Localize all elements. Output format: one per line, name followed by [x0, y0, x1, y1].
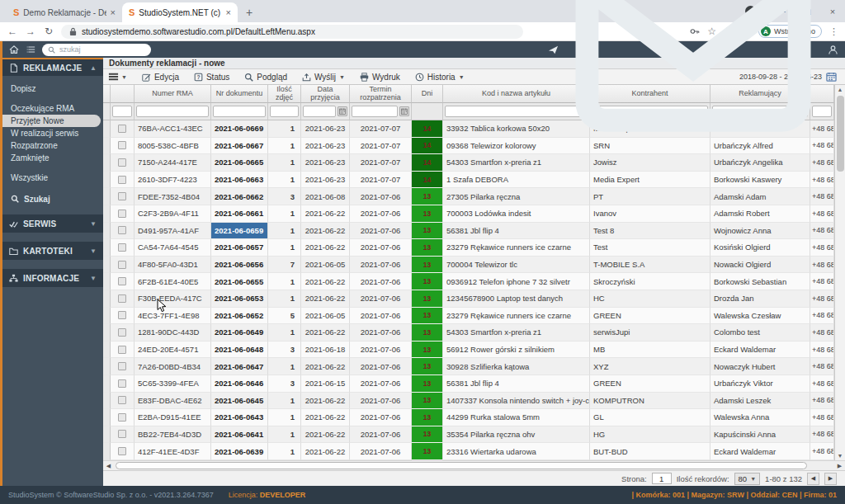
- filter-input-item[interactable]: [445, 106, 588, 117]
- filter-input-rma[interactable]: [136, 106, 209, 117]
- sidebar-section-informacje[interactable]: INFORMACJE▼: [2, 269, 103, 287]
- horizontal-scrollbar[interactable]: ◀ ▶: [103, 460, 845, 470]
- checkbox[interactable]: [118, 328, 126, 337]
- row-checkbox-cell[interactable]: [111, 290, 135, 308]
- cell-doc-number[interactable]: 2021-06-0656: [211, 257, 268, 274]
- cell-doc-number[interactable]: 2021-06-0655: [211, 273, 268, 290]
- filter-input-date_in[interactable]: [303, 106, 336, 117]
- checkbox[interactable]: [118, 294, 126, 303]
- toolbar-button-historia[interactable]: Historia▼: [408, 71, 471, 83]
- checkbox[interactable]: [118, 243, 126, 252]
- menu-list-icon[interactable]: [26, 45, 35, 54]
- page-size-select[interactable]: 80 ▼: [734, 473, 761, 485]
- row-checkbox-cell[interactable]: [111, 188, 135, 205]
- row-checkbox-cell[interactable]: [111, 273, 135, 290]
- table-row[interactable]: 4EC3-7FF1-4E982021-06-065252021-06-05202…: [103, 308, 834, 325]
- row-checkbox-cell[interactable]: [111, 308, 135, 325]
- cell-doc-number[interactable]: 2021-06-0652: [211, 308, 268, 325]
- table-row[interactable]: 5C65-3399-4FEA2021-06-064632021-06-15202…: [103, 375, 834, 393]
- table-row[interactable]: E83F-DBAC-4E622021-06-064512021-06-22202…: [103, 393, 834, 410]
- filter-input-due[interactable]: [352, 106, 398, 117]
- cell-doc-number[interactable]: 2021-06-0659: [211, 223, 268, 240]
- cell-doc-number[interactable]: 2021-06-0653: [211, 290, 268, 308]
- window-close-button[interactable]: ×: [820, 7, 845, 16]
- cell-doc-number[interactable]: 2021-06-0646: [211, 375, 268, 393]
- global-search-input[interactable]: szukaj: [42, 44, 151, 56]
- cell-doc-number[interactable]: 2021-06-0645: [211, 393, 268, 410]
- checkbox[interactable]: [118, 125, 126, 133]
- column-header-rma[interactable]: Numer RMA: [135, 85, 211, 103]
- checkbox[interactable]: [118, 362, 126, 370]
- sidebar-section-serwis[interactable]: SERWIS▼: [2, 214, 103, 233]
- tab-close-icon[interactable]: ×: [226, 7, 231, 17]
- checkbox[interactable]: [118, 141, 126, 149]
- user-icon[interactable]: [828, 45, 838, 55]
- sidebar-item-dopisz[interactable]: Dopisz: [2, 82, 103, 95]
- row-checkbox-cell[interactable]: [111, 205, 135, 223]
- scroll-right-icon[interactable]: ▶: [836, 463, 843, 469]
- table-row[interactable]: FDEE-7352-4B042021-06-066232021-06-08202…: [103, 188, 834, 205]
- cell-doc-number[interactable]: 2021-06-0648: [211, 341, 268, 359]
- back-icon[interactable]: ←: [7, 26, 18, 37]
- filter-input-doc[interactable]: [213, 106, 266, 117]
- table-row[interactable]: 6F2B-61E4-40E52021-06-065512021-06-22202…: [103, 273, 834, 290]
- sidebar-item-rozpatrzone[interactable]: Rozpatrzone: [2, 139, 103, 152]
- column-header-days[interactable]: Dni: [412, 85, 443, 103]
- row-checkbox-cell[interactable]: [111, 341, 135, 359]
- cell-doc-number[interactable]: 2021-06-0665: [211, 154, 268, 172]
- toolbar-button-wydruk[interactable]: Wydruk: [353, 71, 407, 83]
- toolbar-button-podgld[interactable]: Podgląd: [238, 71, 294, 83]
- row-checkbox-cell[interactable]: [111, 443, 135, 460]
- table-row[interactable]: E2BA-D915-41EE2021-06-064312021-06-22202…: [103, 409, 834, 426]
- filter-input-qty[interactable]: [270, 106, 299, 117]
- row-checkbox-cell[interactable]: [111, 223, 135, 240]
- column-header-doc[interactable]: Nr dokumentu: [211, 85, 268, 103]
- column-header-date_in[interactable]: Data przyjęcia: [301, 85, 350, 103]
- table-row[interactable]: D491-957A-41AF2021-06-065912021-06-22202…: [103, 223, 834, 240]
- sidebar-item-zamkni-te[interactable]: Zamknięte: [2, 152, 103, 164]
- row-checkbox-cell[interactable]: [111, 393, 135, 410]
- table-row[interactable]: BB22-7EB4-4D3D2021-06-064112021-06-22202…: [103, 426, 834, 444]
- row-checkbox-cell[interactable]: [111, 120, 135, 138]
- vertical-scrollbar[interactable]: ▲ ▼: [834, 85, 845, 460]
- column-header-qty[interactable]: Ilość zdjęć: [268, 85, 301, 103]
- sidebar-section-kartoteki[interactable]: KARTOTEKI▼: [2, 242, 103, 260]
- checkbox[interactable]: [118, 413, 126, 422]
- table-row[interactable]: CA54-7A64-45452021-06-065712021-06-22202…: [103, 239, 834, 257]
- checkbox[interactable]: [118, 176, 126, 184]
- grid-menu-button[interactable]: ▼: [108, 73, 127, 81]
- filter-input-cb[interactable]: [112, 106, 132, 117]
- row-checkbox-cell[interactable]: [111, 426, 135, 444]
- address-bar[interactable]: studiosystemdemo.softwarestudio.com.pl/D…: [61, 25, 523, 39]
- scrollbar-thumb[interactable]: [116, 462, 807, 469]
- checkbox[interactable]: [118, 447, 126, 455]
- sidebar-section-reklamacje[interactable]: REKLAMACJE▲: [2, 58, 103, 76]
- new-tab-button[interactable]: +: [246, 6, 253, 19]
- sidebar-item-szukaj[interactable]: Szukaj: [2, 192, 103, 205]
- cell-doc-number[interactable]: 2021-06-0657: [211, 239, 268, 257]
- row-checkbox-cell[interactable]: [111, 324, 135, 341]
- scroll-down-icon[interactable]: ▼: [838, 451, 843, 460]
- column-header-item[interactable]: Kod i nazwa artykułu: [443, 85, 590, 103]
- checkbox[interactable]: [118, 430, 126, 438]
- home-icon[interactable]: [9, 45, 19, 54]
- browser-tab-2[interactable]: S StudioSystem.NET (c) SoftwareSt ×: [122, 2, 238, 22]
- calendar-icon[interactable]: [826, 72, 837, 82]
- mail-icon[interactable]: [569, 0, 817, 173]
- scroll-left-icon[interactable]: ◀: [105, 463, 112, 469]
- toolbar-button-edycja[interactable]: Edycja: [135, 71, 186, 83]
- row-checkbox-cell[interactable]: [111, 257, 135, 274]
- send-plane-icon[interactable]: [548, 45, 559, 55]
- page-number-input[interactable]: 1: [652, 473, 672, 484]
- table-row[interactable]: 2610-3DF7-42232021-06-066312021-06-23202…: [103, 172, 834, 189]
- row-checkbox-cell[interactable]: [111, 375, 135, 393]
- row-checkbox-cell[interactable]: [111, 138, 135, 155]
- table-row[interactable]: C2F3-2B9A-4F112021-06-066112021-06-22202…: [103, 205, 834, 223]
- cell-doc-number[interactable]: 2021-06-0643: [211, 409, 268, 426]
- sidebar-item-przyj-te-nowe[interactable]: Przyjęte Nowe: [2, 115, 101, 127]
- cell-doc-number[interactable]: 2021-06-0663: [211, 172, 268, 189]
- checkbox[interactable]: [118, 311, 126, 319]
- tab-close-icon[interactable]: ×: [111, 7, 116, 17]
- row-checkbox-cell[interactable]: [111, 172, 135, 189]
- row-checkbox-cell[interactable]: [111, 154, 135, 172]
